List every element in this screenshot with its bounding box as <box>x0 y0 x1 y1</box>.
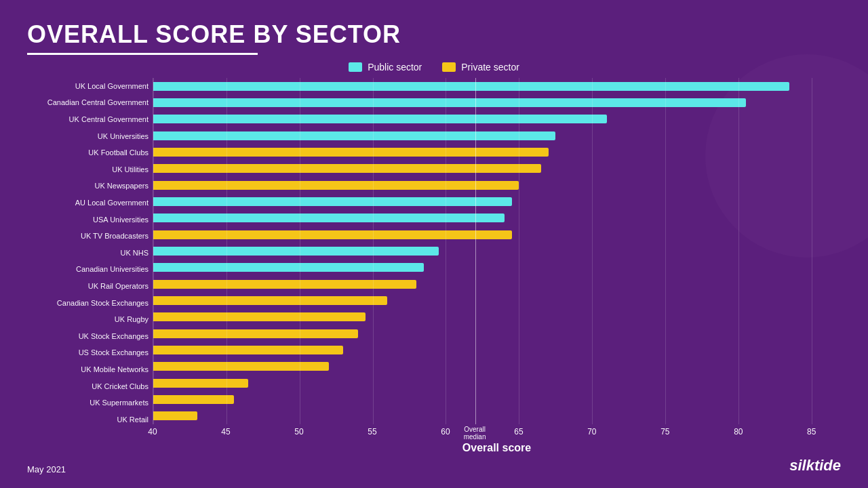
y-label: UK Stock Exchanges <box>27 332 153 341</box>
bar-private <box>153 312 366 321</box>
x-axis-title: Overall score <box>153 442 841 454</box>
bar-private <box>153 296 387 305</box>
bar-row <box>153 214 841 223</box>
bar-public <box>153 115 607 123</box>
bars-container <box>153 78 841 424</box>
bar-public <box>153 98 746 107</box>
chart-title: OVERALL SCORE BY SECTOR <box>27 20 841 49</box>
bar-private <box>153 148 549 157</box>
bar-row <box>153 345 841 354</box>
bar-public <box>153 214 505 222</box>
bar-row <box>153 131 841 140</box>
bar-row <box>153 81 841 91</box>
y-label: UK Football Clubs <box>27 148 153 157</box>
y-label: USA Universities <box>27 216 153 224</box>
y-label: AU Local Government <box>27 199 153 207</box>
x-axis: 40455055606570758085Overallmedian Overal… <box>153 424 841 454</box>
x-tick-label: 65 <box>514 427 523 436</box>
legend-public-box <box>349 62 362 72</box>
y-label: UK Utilities <box>27 165 153 174</box>
bar-private <box>153 346 343 354</box>
bar-row <box>153 411 841 421</box>
y-label: UK Local Government <box>27 82 153 91</box>
legend-private-box <box>442 62 456 72</box>
legend: Public sector Private sector <box>27 62 841 73</box>
bar-row <box>153 180 841 190</box>
bar-public <box>153 263 424 272</box>
bar-row <box>153 296 841 305</box>
bar-row <box>153 362 841 371</box>
bar-row <box>153 164 841 174</box>
y-label: UK Rugby <box>27 315 153 324</box>
bar-row <box>153 197 841 206</box>
brand-label: silktide <box>789 457 841 474</box>
y-label: UK Newspapers <box>27 182 153 190</box>
bar-public <box>153 82 789 91</box>
x-ticks: 40455055606570758085Overallmedian <box>153 427 841 439</box>
y-label: Canadian Central Government <box>27 98 153 107</box>
y-label: UK Central Government <box>27 115 153 124</box>
x-tick-label: 50 <box>294 427 303 436</box>
y-axis-labels: UK Local GovernmentCanadian Central Gove… <box>27 78 153 454</box>
x-tick-label: 85 <box>807 427 816 436</box>
bar-row <box>153 378 841 388</box>
legend-private-label: Private sector <box>461 62 519 73</box>
bar-private <box>153 329 358 338</box>
legend-public-label: Public sector <box>368 62 422 73</box>
date-label: May 2021 <box>27 464 66 474</box>
bar-row <box>153 115 841 124</box>
y-label: Canadian Universities <box>27 265 153 274</box>
x-tick-label: 45 <box>221 427 230 436</box>
bar-private <box>153 395 234 404</box>
title-underline <box>27 53 258 55</box>
bar-private <box>153 379 248 388</box>
bar-row <box>153 230 841 239</box>
bar-private <box>153 164 541 173</box>
chart-content: 40455055606570758085Overallmedian Overal… <box>153 78 841 454</box>
y-label: UK TV Broadcasters <box>27 232 153 241</box>
y-label: UK Cricket Clubs <box>27 382 153 391</box>
x-tick-label: 80 <box>734 427 743 436</box>
bar-row <box>153 246 841 256</box>
bar-row <box>153 279 841 289</box>
bar-row <box>153 147 841 157</box>
chart-area: UK Local GovernmentCanadian Central Gove… <box>27 78 841 454</box>
x-tick-label: 60 <box>441 427 450 436</box>
bar-private <box>153 230 512 239</box>
bar-row <box>153 312 841 322</box>
y-label: UK Supermarkets <box>27 399 153 407</box>
y-label: UK Rail Operators <box>27 282 153 291</box>
legend-public: Public sector <box>349 62 422 73</box>
x-tick-label: 40 <box>148 427 157 436</box>
bar-public <box>153 197 512 206</box>
bar-row <box>153 98 841 107</box>
footer: May 2021 silktide <box>27 457 841 474</box>
bar-row <box>153 263 841 272</box>
y-label: US Stock Exchanges <box>27 348 153 357</box>
median-label: Overallmedian <box>464 426 486 441</box>
bar-row <box>153 394 841 404</box>
bar-row <box>153 329 841 338</box>
x-tick-label: 55 <box>368 427 376 436</box>
bar-private <box>153 411 197 420</box>
x-tick-label: 75 <box>660 427 669 436</box>
bar-private <box>153 280 416 289</box>
y-label: UK NHS <box>27 249 153 258</box>
bar-private <box>153 181 519 190</box>
y-label: UK Mobile Networks <box>27 365 153 374</box>
y-label: Canadian Stock Exchanges <box>27 299 153 308</box>
bar-private <box>153 362 329 371</box>
x-tick-label: 70 <box>587 427 596 436</box>
y-label: UK Retail <box>27 415 153 424</box>
y-label: UK Universities <box>27 132 153 141</box>
legend-private: Private sector <box>442 62 519 73</box>
bar-public <box>153 247 439 256</box>
bar-public <box>153 131 555 140</box>
